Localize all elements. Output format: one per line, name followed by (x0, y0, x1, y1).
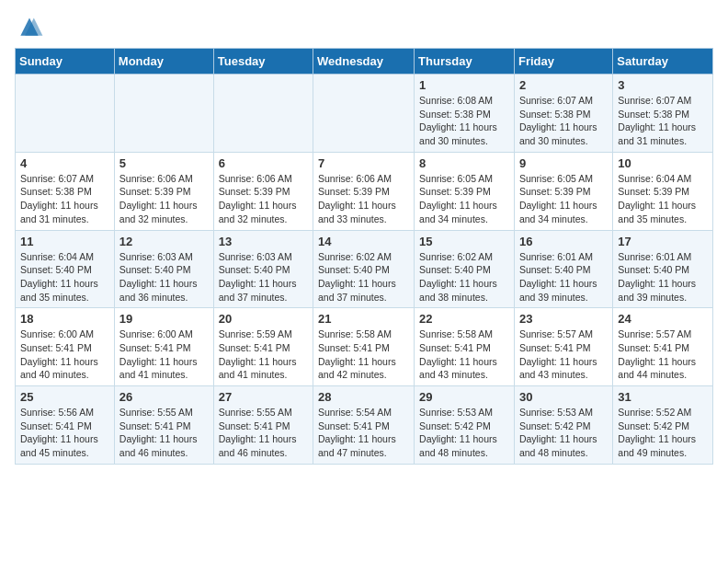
calendar-cell: 18Sunrise: 6:00 AM Sunset: 5:41 PM Dayli… (16, 308, 115, 386)
calendar-header-row: SundayMondayTuesdayWednesdayThursdayFrid… (16, 49, 713, 75)
calendar-cell: 16Sunrise: 6:01 AM Sunset: 5:40 PM Dayli… (514, 230, 612, 308)
calendar-cell: 21Sunrise: 5:58 AM Sunset: 5:41 PM Dayli… (313, 308, 415, 386)
day-content: Sunrise: 6:04 AM Sunset: 5:40 PM Dayligh… (20, 250, 109, 304)
day-content: Sunrise: 6:07 AM Sunset: 5:38 PM Dayligh… (20, 172, 109, 226)
calendar-table: SundayMondayTuesdayWednesdayThursdayFrid… (15, 48, 713, 465)
day-content: Sunrise: 5:53 AM Sunset: 5:42 PM Dayligh… (419, 406, 509, 460)
calendar-cell: 12Sunrise: 6:03 AM Sunset: 5:40 PM Dayli… (114, 230, 213, 308)
logo (15, 15, 48, 40)
day-header-wednesday: Wednesday (313, 49, 415, 75)
calendar-cell (213, 75, 313, 153)
calendar-cell: 26Sunrise: 5:55 AM Sunset: 5:41 PM Dayli… (114, 386, 213, 465)
day-content: Sunrise: 5:58 AM Sunset: 5:41 PM Dayligh… (419, 327, 509, 382)
day-header-monday: Monday (114, 49, 213, 75)
day-content: Sunrise: 5:57 AM Sunset: 5:41 PM Dayligh… (618, 327, 708, 382)
calendar-cell: 31Sunrise: 5:52 AM Sunset: 5:42 PM Dayli… (613, 386, 713, 465)
calendar-week-row: 25Sunrise: 5:56 AM Sunset: 5:41 PM Dayli… (16, 386, 713, 465)
day-header-thursday: Thursday (415, 49, 515, 75)
day-number: 31 (618, 390, 708, 404)
calendar-cell: 9Sunrise: 6:05 AM Sunset: 5:39 PM Daylig… (514, 152, 612, 230)
day-number: 29 (419, 390, 509, 404)
day-content: Sunrise: 6:05 AM Sunset: 5:39 PM Dayligh… (519, 172, 608, 226)
day-content: Sunrise: 6:02 AM Sunset: 5:40 PM Dayligh… (318, 250, 409, 304)
day-content: Sunrise: 6:07 AM Sunset: 5:38 PM Dayligh… (618, 94, 708, 148)
day-number: 6 (219, 156, 308, 170)
day-number: 20 (219, 312, 308, 326)
calendar-cell (313, 75, 415, 153)
day-content: Sunrise: 6:01 AM Sunset: 5:40 PM Dayligh… (618, 250, 708, 304)
day-number: 5 (119, 156, 209, 170)
calendar-cell: 8Sunrise: 6:05 AM Sunset: 5:39 PM Daylig… (415, 152, 515, 230)
day-content: Sunrise: 5:59 AM Sunset: 5:41 PM Dayligh… (219, 327, 308, 382)
calendar-cell: 5Sunrise: 6:06 AM Sunset: 5:39 PM Daylig… (114, 152, 213, 230)
calendar-cell: 7Sunrise: 6:06 AM Sunset: 5:39 PM Daylig… (313, 152, 415, 230)
day-number: 14 (318, 235, 409, 248)
day-content: Sunrise: 5:58 AM Sunset: 5:41 PM Dayligh… (318, 327, 409, 382)
day-content: Sunrise: 6:05 AM Sunset: 5:39 PM Dayligh… (419, 172, 509, 226)
day-content: Sunrise: 6:03 AM Sunset: 5:40 PM Dayligh… (119, 250, 209, 304)
day-content: Sunrise: 6:06 AM Sunset: 5:39 PM Dayligh… (219, 172, 308, 226)
calendar-week-row: 11Sunrise: 6:04 AM Sunset: 5:40 PM Dayli… (16, 230, 713, 308)
day-number: 9 (519, 156, 608, 170)
calendar-cell: 24Sunrise: 5:57 AM Sunset: 5:41 PM Dayli… (613, 308, 713, 386)
day-content: Sunrise: 6:01 AM Sunset: 5:40 PM Dayligh… (519, 250, 608, 304)
day-content: Sunrise: 5:55 AM Sunset: 5:41 PM Dayligh… (219, 406, 308, 460)
day-content: Sunrise: 5:53 AM Sunset: 5:42 PM Dayligh… (519, 406, 608, 460)
calendar-cell: 10Sunrise: 6:04 AM Sunset: 5:39 PM Dayli… (613, 152, 713, 230)
calendar-week-row: 18Sunrise: 6:00 AM Sunset: 5:41 PM Dayli… (16, 308, 713, 386)
calendar-cell: 2Sunrise: 6:07 AM Sunset: 5:38 PM Daylig… (514, 75, 612, 153)
day-number: 22 (419, 312, 509, 326)
day-header-saturday: Saturday (613, 49, 713, 75)
calendar-cell: 3Sunrise: 6:07 AM Sunset: 5:38 PM Daylig… (613, 75, 713, 153)
calendar-cell: 25Sunrise: 5:56 AM Sunset: 5:41 PM Dayli… (16, 386, 115, 465)
day-number: 3 (618, 78, 708, 92)
day-content: Sunrise: 5:54 AM Sunset: 5:41 PM Dayligh… (318, 406, 409, 460)
day-number: 4 (20, 156, 109, 170)
day-content: Sunrise: 6:03 AM Sunset: 5:40 PM Dayligh… (219, 250, 308, 304)
day-number: 19 (119, 312, 209, 326)
calendar-cell: 23Sunrise: 5:57 AM Sunset: 5:41 PM Dayli… (514, 308, 612, 386)
day-content: Sunrise: 6:00 AM Sunset: 5:41 PM Dayligh… (119, 327, 209, 382)
calendar-cell: 1Sunrise: 6:08 AM Sunset: 5:38 PM Daylig… (415, 75, 515, 153)
day-content: Sunrise: 6:07 AM Sunset: 5:38 PM Dayligh… (519, 94, 608, 148)
day-content: Sunrise: 5:52 AM Sunset: 5:42 PM Dayligh… (618, 406, 708, 460)
day-number: 30 (519, 390, 608, 404)
calendar-cell (16, 75, 115, 153)
day-number: 8 (419, 156, 509, 170)
calendar-cell: 19Sunrise: 6:00 AM Sunset: 5:41 PM Dayli… (114, 308, 213, 386)
calendar-cell: 15Sunrise: 6:02 AM Sunset: 5:40 PM Dayli… (415, 230, 515, 308)
calendar-cell: 6Sunrise: 6:06 AM Sunset: 5:39 PM Daylig… (213, 152, 313, 230)
calendar-week-row: 1Sunrise: 6:08 AM Sunset: 5:38 PM Daylig… (16, 75, 713, 153)
day-header-friday: Friday (514, 49, 612, 75)
calendar-cell: 28Sunrise: 5:54 AM Sunset: 5:41 PM Dayli… (313, 386, 415, 465)
page-header (15, 15, 713, 40)
calendar-cell (114, 75, 213, 153)
day-content: Sunrise: 6:08 AM Sunset: 5:38 PM Dayligh… (419, 94, 509, 148)
calendar-cell: 29Sunrise: 5:53 AM Sunset: 5:42 PM Dayli… (415, 386, 515, 465)
day-header-tuesday: Tuesday (213, 49, 313, 75)
calendar-cell: 30Sunrise: 5:53 AM Sunset: 5:42 PM Dayli… (514, 386, 612, 465)
day-number: 15 (419, 235, 509, 248)
day-number: 1 (419, 78, 509, 92)
day-number: 27 (219, 390, 308, 404)
day-number: 21 (318, 312, 409, 326)
calendar-week-row: 4Sunrise: 6:07 AM Sunset: 5:38 PM Daylig… (16, 152, 713, 230)
day-number: 2 (519, 78, 608, 92)
calendar-cell: 22Sunrise: 5:58 AM Sunset: 5:41 PM Dayli… (415, 308, 515, 386)
day-number: 26 (119, 390, 209, 404)
day-number: 10 (618, 156, 708, 170)
day-content: Sunrise: 6:04 AM Sunset: 5:39 PM Dayligh… (618, 172, 708, 226)
day-header-sunday: Sunday (16, 49, 115, 75)
calendar-cell: 4Sunrise: 6:07 AM Sunset: 5:38 PM Daylig… (16, 152, 115, 230)
calendar-cell: 17Sunrise: 6:01 AM Sunset: 5:40 PM Dayli… (613, 230, 713, 308)
calendar-cell: 27Sunrise: 5:55 AM Sunset: 5:41 PM Dayli… (213, 386, 313, 465)
logo-icon (15, 15, 44, 40)
day-content: Sunrise: 5:57 AM Sunset: 5:41 PM Dayligh… (519, 327, 608, 382)
calendar-cell: 13Sunrise: 6:03 AM Sunset: 5:40 PM Dayli… (213, 230, 313, 308)
day-content: Sunrise: 6:00 AM Sunset: 5:41 PM Dayligh… (20, 327, 109, 382)
day-number: 25 (20, 390, 109, 404)
day-number: 18 (20, 312, 109, 326)
day-content: Sunrise: 6:02 AM Sunset: 5:40 PM Dayligh… (419, 250, 509, 304)
day-number: 12 (119, 235, 209, 248)
day-number: 16 (519, 235, 608, 248)
